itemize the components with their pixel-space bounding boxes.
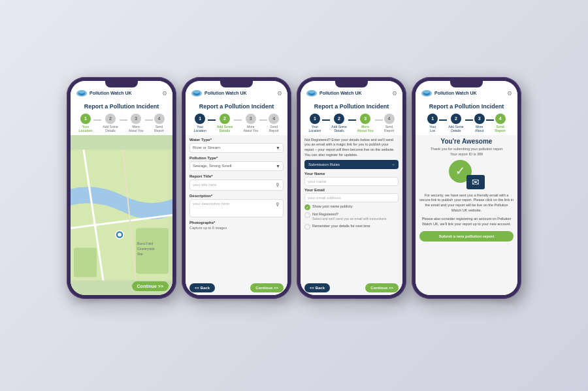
back-btn-2[interactable]: << Back xyxy=(189,283,215,292)
phone-1-logo: Pollution Watch UK xyxy=(76,89,132,98)
success-envelope-icon: ✉ xyxy=(466,175,485,189)
water-type-label: Water Type* xyxy=(189,138,284,142)
step-circle-1: 1 xyxy=(80,114,91,124)
water-type-select[interactable]: River or Stream ▼ xyxy=(189,143,284,153)
svg-text:Countryside: Countryside xyxy=(137,246,155,250)
reg-fields: Not Registered? Enter your details below… xyxy=(301,135,402,281)
gear-icon-4[interactable]: ⚙ xyxy=(507,90,512,97)
new-report-btn[interactable]: Submit a new pollution report xyxy=(419,231,514,242)
step-label-1: YourLocation xyxy=(78,125,92,133)
photos-field: Photographs* Capture up to 6 images xyxy=(189,221,284,230)
checkbox-1[interactable]: ✓ xyxy=(304,204,310,210)
phone-4-notch xyxy=(450,81,483,87)
checkbox-2[interactable] xyxy=(304,212,310,218)
svg-point-22 xyxy=(424,90,429,93)
description-field: Description* your description here 🎙 xyxy=(189,194,284,217)
form-fields: Water Type* River or Stream ▼ Pollution … xyxy=(186,135,287,281)
s3-circle-3: 3 xyxy=(360,114,370,124)
phone-3-notch xyxy=(335,81,368,87)
svg-rect-8 xyxy=(74,247,97,277)
s2-step-4: 4 SendReport xyxy=(269,114,279,133)
phone-1-reflection xyxy=(73,302,171,315)
logo-text-4: Pollution Watch UK xyxy=(434,91,477,96)
your-email-placeholder: your email address xyxy=(308,196,341,200)
water-type-field: Water Type* River or Stream ▼ xyxy=(189,138,284,153)
s4-connector-1 xyxy=(439,119,447,121)
water-type-arrow: ▼ xyxy=(276,146,280,150)
continue-btn-3[interactable]: Continue >> xyxy=(365,283,399,292)
page-title-2: Report a Pollution Incident xyxy=(186,101,287,111)
continue-btn-2[interactable]: Continue >> xyxy=(250,283,284,292)
step-4: 4 SendReport xyxy=(154,114,165,133)
s2-circle-1: 1 xyxy=(195,114,205,124)
your-name-label: Your Name xyxy=(304,172,399,176)
svg-point-2 xyxy=(79,90,84,93)
s4-step-3: 3 MoreAbout xyxy=(474,114,485,133)
photos-sublabel: Capture up to 6 images xyxy=(189,226,284,230)
your-name-input[interactable]: your name xyxy=(304,177,399,186)
checkbox-3[interactable] xyxy=(304,224,310,230)
s2-connector-1 xyxy=(208,119,216,121)
page-title-1: Report a Pollution Incident xyxy=(71,101,172,111)
gear-icon-1[interactable]: ⚙ xyxy=(162,90,167,97)
phone-2-notch xyxy=(220,81,253,87)
phone-4-screen: Pollution Watch UK ⚙ Report a Pollution … xyxy=(416,81,517,295)
s2-circle-2: 2 xyxy=(220,114,230,124)
logo-icon-4 xyxy=(421,89,433,98)
back-btn-3[interactable]: << Back xyxy=(304,283,330,292)
submission-rules-bar[interactable]: Submission Rules − xyxy=(304,160,399,169)
s4-step-1: 1 YourLoc xyxy=(427,114,438,133)
s4-circle-3: 3 xyxy=(474,114,485,124)
s3-step-3: 3 MoreAbout You xyxy=(357,114,374,133)
step-1-active: 1 YourLocation xyxy=(78,114,92,133)
gear-icon-3[interactable]: ⚙ xyxy=(392,90,397,97)
step-circle-2: 2 xyxy=(105,114,116,124)
phone-3-wrapper: Pollution Watch UK ⚙ Report a Pollution … xyxy=(297,77,406,315)
phone-1-wrapper: Pollution Watch UK ⚙ Report a Pollution … xyxy=(67,77,176,315)
report-title-field: Report Title* your title here 🎙 xyxy=(189,174,284,191)
your-email-input[interactable]: your email address xyxy=(304,193,399,202)
logo-icon-3 xyxy=(306,89,318,98)
s3-step-4: 4 SendReport xyxy=(384,114,395,133)
description-label: Description* xyxy=(189,194,284,198)
checkbox-row-2: Not Registered?Select and we'll send you… xyxy=(304,212,399,221)
s4-step-2: 2 Add SomeDetails xyxy=(448,114,463,133)
svg-text:Site: Site xyxy=(137,251,143,255)
report-title-input[interactable]: your title here 🎙 xyxy=(189,180,284,191)
s4-circle-2: 2 xyxy=(451,114,461,124)
step-label-3: MoreAbout You xyxy=(129,125,144,133)
your-name-placeholder: your name xyxy=(308,180,326,183)
pollution-type-arrow: ▼ xyxy=(276,164,280,168)
s2-connector-2 xyxy=(234,119,242,121)
photos-label: Photographs* xyxy=(189,221,284,225)
phone-4-logo: Pollution Watch UK xyxy=(421,89,477,98)
s2-step-1: 1 YourLocation xyxy=(194,114,206,133)
success-title: You're Awesome xyxy=(441,138,493,145)
thank-you: Thank you for submitting your pollution … xyxy=(431,147,502,151)
phone-2-logo: Pollution Watch UK xyxy=(191,89,247,98)
step-label-4: SendReport xyxy=(154,125,164,133)
s3-circle-2: 2 xyxy=(334,114,344,124)
s4-label-1: YourLoc xyxy=(429,125,436,133)
phone-2-reflection xyxy=(188,302,286,315)
continue-btn-1[interactable]: Continue >> xyxy=(132,281,169,291)
map-view[interactable]: Burrs Field Countryside Site Continue >> xyxy=(71,135,172,295)
s2-label-4: SendReport xyxy=(269,125,279,133)
phone-3-screen: Pollution Watch UK ⚙ Report a Pollution … xyxy=(301,81,402,295)
s3-connector-1 xyxy=(322,119,330,121)
security-text: For security, we have sent you a friendl… xyxy=(419,193,514,213)
register-text: Please also consider registering an acco… xyxy=(419,217,514,227)
phone-1-screen: Pollution Watch UK ⚙ Report a Pollution … xyxy=(71,81,172,295)
map-svg: Burrs Field Countryside Site xyxy=(71,135,172,295)
s3-circle-1: 1 xyxy=(310,114,320,124)
gear-icon-2[interactable]: ⚙ xyxy=(277,90,282,97)
s3-label-2: Add SomeDetails xyxy=(331,125,346,133)
pollution-type-field: Pollution Type* Sewage, Strong Smell ▼ xyxy=(189,156,284,171)
pollution-type-select[interactable]: Sewage, Strong Smell ▼ xyxy=(189,161,284,171)
report-id: Your report ID is 388 xyxy=(450,152,483,156)
phone-3-reflection xyxy=(302,302,400,315)
logo-text-2: Pollution Watch UK xyxy=(204,91,247,96)
form-btns-3: << Back Continue >> xyxy=(301,281,402,295)
submission-rules-arrow: − xyxy=(392,163,395,166)
description-textarea[interactable]: your description here 🎙 xyxy=(189,199,284,217)
